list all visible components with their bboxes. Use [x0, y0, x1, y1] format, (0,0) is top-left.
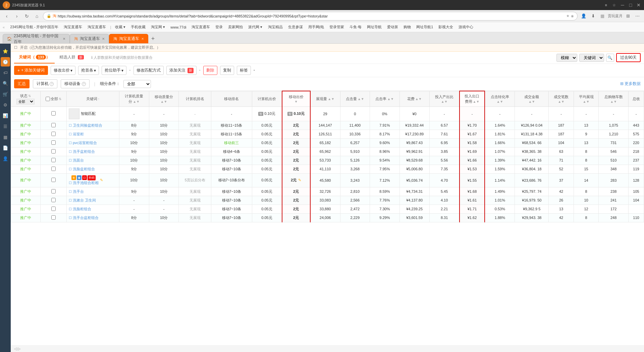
- horizontal-scroll-bar[interactable]: ◁ ▷: [11, 345, 644, 352]
- label-button[interactable]: 标签: [237, 66, 251, 75]
- bookmark-nav1[interactable]: 网址导航1: [415, 24, 434, 30]
- mobile-bid-edit-icon[interactable]: ✎: [298, 178, 301, 182]
- more-icon[interactable]: ⋯: [633, 12, 641, 20]
- spend-sort[interactable]: ▲▼: [415, 97, 422, 101]
- row-checkbox[interactable]: [51, 111, 56, 116]
- status-filter-select[interactable]: 全部 推广中: [16, 99, 35, 104]
- favorites-icon[interactable]: ☆: [611, 3, 617, 7]
- row-checkbox[interactable]: [51, 158, 56, 162]
- sidebar-icon-grid[interactable]: ▦: [1, 132, 10, 142]
- modify-match-button[interactable]: 修改匹配方式: [133, 66, 164, 75]
- extension-icon[interactable]: ▦: [598, 12, 606, 20]
- bookmark-login-manager[interactable]: 登录管家: [328, 24, 345, 30]
- bookmark-77di[interactable]: www.77di: [169, 25, 187, 30]
- row-checkbox[interactable]: [51, 178, 56, 182]
- cart-sort[interactable]: ▲▼: [610, 100, 617, 103]
- keyword-link[interactable]: ☐ 洗手池组合柜相: [69, 181, 99, 185]
- tab-taobao1-close[interactable]: ✕: [102, 37, 105, 41]
- cell-select[interactable]: [40, 213, 66, 222]
- sidebar-icon-home[interactable]: ⭐: [1, 46, 10, 56]
- close-button[interactable]: ✕: [636, 2, 641, 8]
- clicks-sort[interactable]: ▲▼: [358, 97, 364, 101]
- ctr-sort[interactable]: ▲▼: [387, 97, 394, 101]
- tab-2345-close[interactable]: ✕: [63, 37, 65, 41]
- bookmark-star-icon[interactable]: ★: [566, 14, 570, 18]
- status-sort-icon[interactable]: ⇅: [28, 94, 31, 98]
- cell-select[interactable]: [40, 156, 66, 165]
- sidebar-icon-shop[interactable]: 🛒: [1, 89, 10, 99]
- tab-crowd[interactable]: 精选人群 新: [55, 52, 88, 63]
- bookmark-games[interactable]: 游戏中心: [457, 24, 475, 30]
- avg-pos-sort[interactable]: ▲▼: [583, 100, 590, 103]
- cell-select[interactable]: [40, 173, 66, 187]
- rss-icon[interactable]: ◉: [571, 14, 574, 18]
- grab-first-button[interactable]: 抢首条 ▾: [78, 66, 99, 75]
- new-tab-button[interactable]: +: [148, 34, 158, 43]
- row-checkbox[interactable]: [51, 215, 56, 220]
- sidebar-icon-time[interactable]: 🕐: [1, 57, 10, 67]
- keyword-link[interactable]: ☐ 洗脸柜组合: [69, 207, 91, 211]
- keyword-link[interactable]: ☐ 洗漱台 卫生间: [69, 198, 96, 202]
- bookmark-item-2345[interactable]: 2345网址导航 - 开创中国百年: [9, 24, 60, 30]
- bookmark-item-taobao-direct[interactable]: 淘宝直通车: [62, 24, 84, 30]
- add-attention-button[interactable]: 添加关注 新: [166, 66, 197, 75]
- bookmark-favorites[interactable]: 收藏 ▾: [114, 24, 127, 30]
- keyword-link[interactable]: ☐ 浴室柜: [69, 132, 84, 136]
- bookmark-seller-network[interactable]: 卖家网拍: [227, 24, 244, 30]
- tab-taobao2[interactable]: 淘 淘宝直通车 ✕: [109, 34, 148, 43]
- cell-select[interactable]: [40, 147, 66, 156]
- sidebar-icon-tag[interactable]: 🏷: [1, 68, 10, 77]
- bookmark-item-taobao-direct2[interactable]: 淘宝直通车: [86, 24, 107, 30]
- cell-select[interactable]: [40, 130, 66, 138]
- row-checkbox[interactable]: [51, 140, 56, 145]
- cell-select[interactable]: [40, 165, 66, 173]
- mobile-bid-sort[interactable]: ▼: [294, 100, 298, 103]
- forward-button[interactable]: ›: [13, 12, 21, 20]
- cell-select[interactable]: [40, 138, 66, 147]
- grab-position-button[interactable]: 抢位助手 ▾: [102, 66, 126, 75]
- bookmark-yongshou[interactable]: 用手网(电: [307, 24, 326, 30]
- row-checkbox[interactable]: [51, 132, 56, 136]
- bookmarks-expand-icon[interactable]: «: [3, 25, 5, 29]
- cvr-sort[interactable]: ▲▼: [496, 100, 503, 103]
- edit-pencil-icon[interactable]: ✎: [100, 178, 103, 182]
- cell-select[interactable]: [40, 187, 66, 196]
- menu-icon[interactable]: ≡: [604, 3, 608, 7]
- keyword-link[interactable]: ☐ 卫生间验盆柜组合: [69, 123, 102, 127]
- keyword-link[interactable]: ☐ 洗脸盆柜组合: [69, 167, 95, 171]
- more-data-button[interactable]: ⊞ 更多数据: [620, 81, 641, 87]
- url-bar[interactable]: 🔒 淘 https://subway.simba.taobao.com/#!/c…: [43, 12, 578, 20]
- filter-tab-summary[interactable]: 汇总: [14, 79, 30, 88]
- keyword-link[interactable]: ☐ 洗手台盆柜组合: [69, 216, 99, 220]
- user-icon[interactable]: 👤: [580, 12, 588, 20]
- sidebar-icon-user[interactable]: 👤: [1, 154, 10, 163]
- split-condition-select[interactable]: 全部 计算机 移动设备: [123, 80, 151, 88]
- cell-select[interactable]: [40, 196, 66, 205]
- grid-icon[interactable]: ⊞: [624, 12, 632, 20]
- cell-select[interactable]: [40, 205, 66, 213]
- row-checkbox[interactable]: [51, 123, 56, 127]
- bookmark-taobao-quality[interactable]: 淘宝精品: [267, 24, 284, 30]
- keyword-link[interactable]: ☐ 洗手台: [69, 189, 84, 193]
- bookmark-video[interactable]: 影视大全: [437, 24, 454, 30]
- impressions-sort[interactable]: ▲▼: [328, 97, 334, 101]
- minimize-button[interactable]: ─: [620, 2, 625, 8]
- row-checkbox[interactable]: [51, 198, 56, 202]
- cell-select[interactable]: [40, 106, 66, 121]
- sidebar-icon-settings[interactable]: ⚙: [1, 100, 10, 109]
- search-button[interactable]: 🔍: [606, 54, 614, 62]
- add-keyword-button[interactable]: + + 添加关键词: [14, 66, 48, 75]
- keyword-link[interactable]: ☐ 洗手盆柜组合: [69, 149, 95, 153]
- filter-tab-pc[interactable]: 计算机 ?: [33, 79, 57, 88]
- bookmark-taobao[interactable]: 淘宝网 ▾: [150, 24, 166, 30]
- keyword-link[interactable]: ☐ pvc浴室柜组合: [69, 141, 97, 145]
- bookmark-paidi[interactable]: 派代网 ▾: [247, 24, 264, 30]
- sidebar-icon-analytics[interactable]: 📊: [1, 111, 10, 120]
- bookmark-login[interactable]: 登录: [214, 24, 224, 30]
- gmv-sort[interactable]: ▲▼: [528, 100, 535, 103]
- bookmark-direct-car[interactable]: 淘宝直通车: [190, 24, 211, 30]
- sidebar-icon-list[interactable]: ☰: [1, 122, 10, 131]
- tab-taobao2-close[interactable]: ✕: [141, 37, 144, 41]
- row-checkbox[interactable]: [51, 149, 56, 153]
- filter-tab-mobile[interactable]: 移动设备 ?: [61, 79, 89, 88]
